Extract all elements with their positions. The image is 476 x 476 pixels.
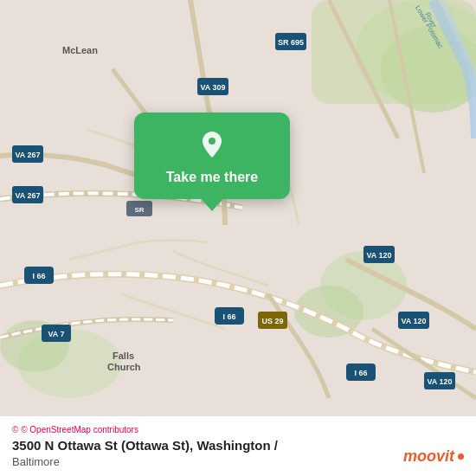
- svg-text:VA 120: VA 120: [401, 317, 426, 325]
- svg-text:VA 7: VA 7: [48, 330, 64, 338]
- svg-text:VA 267: VA 267: [15, 191, 40, 200]
- address-line1: 3500 N Ottawa St (Ottawa St), Washington…: [12, 438, 278, 453]
- moovit-logo-text: moovit: [403, 447, 454, 466]
- copyright-symbol: ©: [12, 425, 18, 434]
- svg-text:VA 267: VA 267: [15, 151, 40, 159]
- svg-text:VA 120: VA 120: [427, 377, 452, 386]
- svg-text:SR 695: SR 695: [278, 38, 304, 47]
- svg-text:SR: SR: [134, 206, 144, 214]
- svg-text:I 66: I 66: [354, 369, 367, 377]
- map-popup[interactable]: Take me there: [134, 113, 290, 199]
- svg-text:VA 120: VA 120: [366, 251, 391, 260]
- bottom-bar: © © OpenStreetMap contributors 3500 N Ot…: [0, 415, 476, 476]
- moovit-dot-icon: [458, 453, 464, 460]
- address-block: 3500 N Ottawa St (Ottawa St), Washington…: [12, 438, 464, 469]
- svg-text:I 66: I 66: [222, 312, 235, 321]
- svg-text:Falls: Falls: [113, 351, 134, 361]
- svg-text:VA 309: VA 309: [200, 83, 225, 92]
- take-me-there-button[interactable]: Take me there: [166, 170, 258, 185]
- map-svg: McLean VA 267 VA 267 VA 309 SR 695 SR I …: [0, 0, 476, 415]
- moovit-logo: moovit: [403, 447, 464, 466]
- svg-text:McLean: McLean: [62, 45, 98, 55]
- svg-text:US 29: US 29: [261, 317, 283, 325]
- map-attribution: © © OpenStreetMap contributors: [12, 425, 464, 434]
- address-line2: Baltimore: [12, 455, 60, 468]
- svg-text:Church: Church: [107, 362, 141, 372]
- map-container: McLean VA 267 VA 267 VA 309 SR 695 SR I …: [0, 0, 476, 415]
- svg-point-40: [209, 138, 215, 145]
- svg-text:I 66: I 66: [32, 272, 45, 280]
- location-pin: [193, 125, 231, 163]
